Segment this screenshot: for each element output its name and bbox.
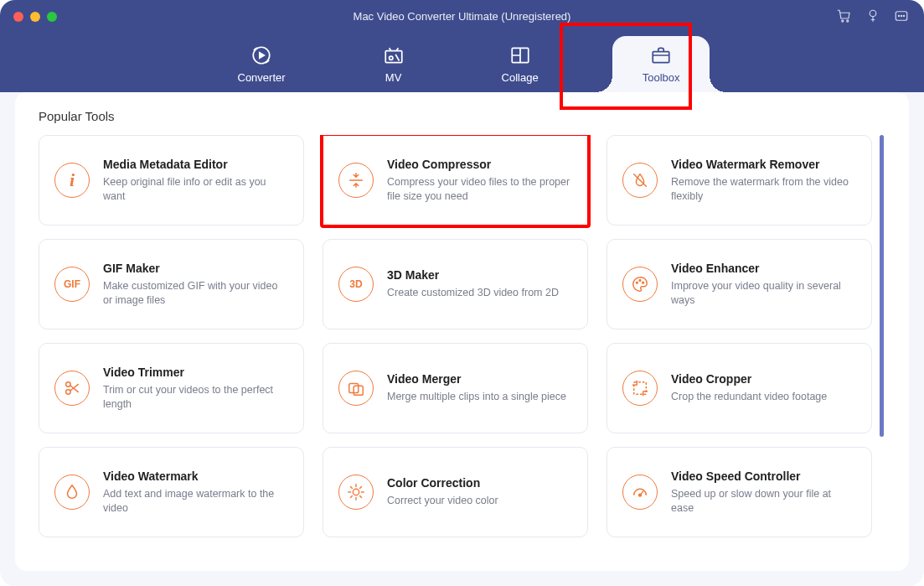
tool-desc: Remove the watermark from the video flex…: [671, 175, 856, 204]
svg-point-12: [636, 282, 638, 283]
tool-title: GIF Maker: [103, 262, 288, 275]
svg-rect-8: [385, 51, 402, 63]
speed-icon: [622, 475, 658, 510]
3d-icon: 3D: [338, 267, 374, 302]
tool-card-media-metadata-editor[interactable]: iMedia Metadata EditorKeep original file…: [39, 135, 304, 226]
tool-card-video-merger[interactable]: Video MergerMerge multiple clips into a …: [323, 343, 588, 433]
tab-converter[interactable]: Converter: [214, 38, 309, 92]
merge-icon: [338, 371, 374, 406]
tool-desc: Add text and image watermark to the vide…: [103, 487, 288, 516]
gif-icon: GIF: [54, 267, 90, 302]
content-panel: Popular Tools iMedia Metadata EditorKeep…: [15, 92, 909, 571]
main-nav: Converter MV Collage Toolbox: [0, 27, 924, 92]
svg-point-14: [643, 282, 644, 283]
scissors-icon: [54, 371, 90, 406]
app-window: Mac Video Converter Ultimate (Unregister…: [0, 0, 924, 586]
cards-scroll-area: iMedia Metadata EditorKeep original file…: [39, 135, 885, 565]
tool-desc: Compress your video files to the proper …: [387, 175, 572, 204]
info-icon: i: [54, 163, 90, 198]
tool-title: Video Compressor: [387, 158, 572, 171]
svg-point-20: [353, 489, 359, 495]
tool-desc: Keep original file info or edit as you w…: [103, 175, 288, 204]
svg-rect-19: [634, 382, 647, 395]
tool-desc: Merge multiple clips into a single piece: [387, 390, 566, 404]
tool-title: Video Merger: [387, 372, 566, 386]
tab-mv-label: MV: [385, 71, 402, 84]
tool-desc: Improve your video quality in several wa…: [671, 279, 856, 308]
section-title: Popular Tools: [39, 109, 885, 123]
tool-title: Video Enhancer: [671, 262, 856, 275]
water-icon: [54, 475, 90, 510]
svg-point-1: [847, 20, 849, 22]
feedback-icon[interactable]: [894, 8, 909, 27]
tool-desc: Trim or cut your videos to the perfect l…: [103, 383, 288, 412]
svg-point-6: [903, 15, 904, 16]
tab-mv[interactable]: MV: [359, 38, 428, 92]
body-area: Popular Tools iMedia Metadata EditorKeep…: [0, 92, 924, 586]
svg-point-2: [870, 10, 876, 17]
app-title: Mac Video Converter Ultimate (Unregister…: [0, 10, 924, 23]
color-icon: [338, 475, 374, 510]
tool-card-video-cropper[interactable]: Video CropperCrop the redundant video fo…: [607, 343, 872, 433]
tool-card-color-correction[interactable]: Color CorrectionCorrect your video color: [323, 447, 588, 537]
svg-point-21: [639, 494, 642, 496]
tab-converter-label: Converter: [238, 71, 286, 84]
tool-card-3d-maker[interactable]: 3D3D MakerCreate customized 3D video fro…: [323, 239, 588, 329]
tool-card-gif-maker[interactable]: GIFGIF MakerMake customized GIF with you…: [39, 239, 304, 329]
tools-grid: iMedia Metadata EditorKeep original file…: [39, 135, 885, 537]
tool-desc: Crop the redundant video footage: [671, 390, 827, 404]
tool-title: Color Correction: [387, 476, 498, 490]
tool-title: Media Metadata Editor: [103, 158, 288, 171]
key-icon[interactable]: [865, 8, 880, 27]
tool-title: Video Watermark Remover: [671, 158, 856, 171]
cart-icon[interactable]: [837, 8, 852, 27]
tab-collage-label: Collage: [502, 71, 539, 84]
tool-title: Video Trimmer: [103, 366, 288, 379]
tool-desc: Create customized 3D video from 2D: [387, 286, 559, 300]
tool-card-video-enhancer[interactable]: Video EnhancerImprove your video quality…: [607, 239, 872, 329]
header-actions: [837, 8, 909, 27]
tool-title: Video Cropper: [671, 372, 827, 386]
tool-card-video-trimmer[interactable]: Video TrimmerTrim or cut your videos to …: [39, 343, 304, 433]
no-water-icon: [622, 163, 658, 198]
tool-desc: Speed up or slow down your file at ease: [671, 487, 856, 516]
tool-card-video-watermark[interactable]: Video WatermarkAdd text and image waterm…: [39, 447, 304, 537]
tab-collage[interactable]: Collage: [478, 38, 562, 92]
tool-card-video-speed-controller[interactable]: Video Speed ControllerSpeed up or slow d…: [607, 447, 872, 537]
svg-point-9: [389, 56, 392, 60]
svg-point-13: [639, 280, 641, 282]
tool-desc: Make customized GIF with your video or i…: [103, 279, 288, 308]
crop-icon: [622, 371, 658, 406]
svg-point-5: [901, 15, 901, 16]
tool-title: 3D Maker: [387, 268, 559, 282]
tool-card-video-compressor[interactable]: Video CompressorCompress your video file…: [323, 135, 588, 226]
tab-toolbox[interactable]: Toolbox: [612, 36, 710, 92]
scrollbar-thumb[interactable]: [880, 135, 884, 437]
tool-desc: Correct your video color: [387, 494, 498, 508]
tool-card-video-watermark-remover[interactable]: Video Watermark RemoverRemove the waterm…: [607, 135, 872, 226]
palette-icon: [622, 267, 658, 302]
svg-point-4: [898, 15, 899, 16]
tool-title: Video Watermark: [103, 469, 288, 483]
tool-title: Video Speed Controller: [671, 469, 856, 483]
header-bar: Mac Video Converter Ultimate (Unregister…: [0, 0, 924, 92]
compress-icon: [338, 163, 374, 198]
tab-toolbox-label: Toolbox: [643, 71, 680, 84]
svg-point-0: [842, 20, 844, 22]
svg-rect-11: [653, 52, 669, 63]
